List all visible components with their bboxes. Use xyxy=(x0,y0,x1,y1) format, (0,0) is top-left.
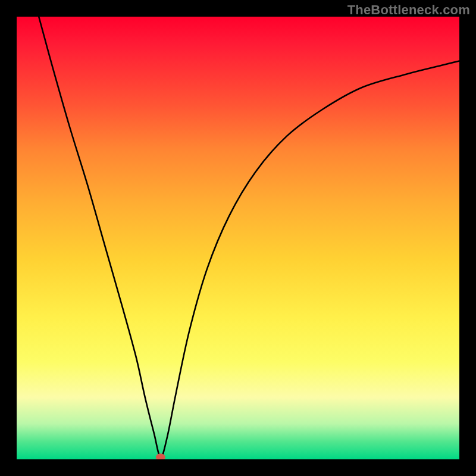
plot-area xyxy=(17,17,459,459)
watermark-text: TheBottleneck.com xyxy=(347,2,470,18)
curve-path xyxy=(39,17,459,457)
optimal-point-marker xyxy=(156,453,165,459)
chart-frame: TheBottleneck.com xyxy=(0,0,476,476)
bottleneck-curve xyxy=(17,17,459,459)
